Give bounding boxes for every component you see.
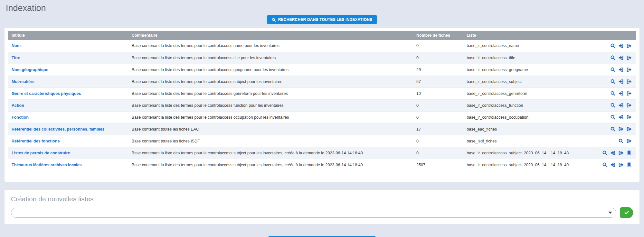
export-icon[interactable]	[618, 150, 624, 156]
export-icon[interactable]	[618, 126, 624, 132]
row-title-link[interactable]: Référentiel des collectivités, personnes…	[12, 127, 104, 132]
export-icon[interactable]	[626, 103, 632, 108]
row-liste: base_ir_controlaccess_function	[463, 99, 592, 111]
row-liste: base_ir_controlaccess_occupation	[463, 111, 592, 123]
row-comment: Base contenant la liste des termes pour …	[128, 40, 412, 52]
row-title-link[interactable]: Référentiel des fonctions	[12, 139, 60, 143]
row-count: 0	[412, 147, 463, 159]
row-comment: Base contenant la liste des termes pour …	[128, 87, 412, 99]
table-row: Nom Base contenant la liste des termes p…	[8, 40, 636, 52]
new-list-select[interactable]	[11, 208, 616, 218]
table-row: Mot-matière Base contenant la liste des …	[8, 76, 636, 87]
row-count: 0	[412, 99, 463, 111]
row-actions	[592, 111, 636, 123]
search-icon[interactable]	[610, 114, 616, 120]
export-icon[interactable]	[626, 138, 632, 144]
search-icon[interactable]	[610, 79, 616, 84]
export-icon[interactable]	[626, 43, 632, 49]
bookmark-icon[interactable]	[626, 150, 632, 156]
indexation-table-body: Nom Base contenant la liste des termes p…	[8, 40, 636, 171]
row-title-link[interactable]: Genre et caractéristiques physiques	[12, 91, 81, 96]
row-actions	[592, 40, 636, 52]
export-icon[interactable]	[626, 126, 632, 132]
export-icon[interactable]	[626, 91, 632, 96]
import-icon[interactable]	[618, 114, 624, 120]
import-icon[interactable]	[618, 67, 624, 72]
table-header-row: Intitulé Commentaire Nombre de fiches Li…	[8, 31, 636, 40]
row-title-link[interactable]: Thésaurus Matières archives locales	[12, 163, 81, 167]
row-liste: base_ir_controlaccess_genreform	[463, 87, 592, 99]
search-icon[interactable]	[610, 55, 616, 60]
header-nombre-de-fiches: Nombre de fiches	[412, 31, 463, 40]
export-icon[interactable]	[626, 79, 632, 84]
export-icon[interactable]	[618, 162, 624, 168]
row-count: 0	[412, 52, 463, 64]
import-icon[interactable]	[618, 91, 624, 96]
indexation-table: Intitulé Commentaire Nombre de fiches Li…	[8, 31, 636, 171]
search-all-indexations-button[interactable]: RECHERCHER DANS TOUTES LES INDEXATIONS	[267, 15, 377, 24]
import-icon[interactable]	[618, 103, 624, 108]
row-title-link[interactable]: Mot-matière	[12, 79, 34, 84]
row-actions	[592, 123, 636, 135]
row-actions	[592, 64, 636, 76]
search-icon[interactable]	[610, 67, 616, 72]
search-icon[interactable]	[610, 126, 616, 132]
row-comment: Base contenant la liste des termes pour …	[128, 76, 412, 87]
search-icon[interactable]	[602, 150, 608, 156]
row-title-link[interactable]: Listes de permis de construire	[12, 151, 70, 155]
row-comment: Base contenant la liste des termes pour …	[128, 99, 412, 111]
row-comment: Base contenant toutes les fiches ISDF	[128, 135, 412, 147]
search-icon	[272, 18, 276, 22]
row-comment: Base contenant la liste des termes pour …	[128, 111, 412, 123]
confirm-create-list-button[interactable]	[620, 207, 633, 218]
search-icon[interactable]	[618, 138, 624, 144]
creation-panel-title: Création de nouvelles listes	[11, 195, 633, 203]
import-icon[interactable]	[618, 55, 624, 60]
import-icon[interactable]	[618, 79, 624, 84]
row-comment: Base contenant la liste des termes pour …	[128, 147, 412, 159]
row-actions	[592, 76, 636, 87]
row-actions	[592, 159, 636, 171]
row-count: 2507	[412, 159, 463, 171]
table-row: Thésaurus Matières archives locales Base…	[8, 159, 636, 171]
row-liste: base_ir_controlaccess_title	[463, 52, 592, 64]
table-row: Référentiel des fonctions Base contenant…	[8, 135, 636, 147]
row-title-link[interactable]: Titre	[12, 56, 20, 60]
import-skos-rdf-button[interactable]: IMPORTER DEPUIS UN FICHIER XML SKOS/RDF	[269, 236, 376, 237]
search-icon[interactable]	[610, 103, 616, 108]
export-icon[interactable]	[626, 55, 632, 60]
row-actions	[592, 99, 636, 111]
row-comment: Base contenant la liste des termes pour …	[128, 52, 412, 64]
search-icon[interactable]	[610, 91, 616, 96]
row-count: 10	[412, 87, 463, 99]
search-all-indexations-label: RECHERCHER DANS TOUTES LES INDEXATIONS	[278, 17, 373, 22]
import-icon[interactable]	[610, 162, 616, 168]
row-liste: base_ir_controlaccess_subject_2023_06_14…	[463, 147, 592, 159]
indexation-table-panel: Intitulé Commentaire Nombre de fiches Li…	[5, 28, 639, 182]
row-count: 0	[412, 40, 463, 52]
header-intitule: Intitulé	[8, 31, 128, 40]
table-row: Titre Base contenant la liste des termes…	[8, 52, 636, 64]
import-icon[interactable]	[618, 43, 624, 49]
row-title-link[interactable]: Nom	[12, 43, 21, 48]
row-title-link[interactable]: Action	[12, 103, 24, 108]
row-count: 0	[412, 111, 463, 123]
row-liste: base_eac_fiches	[463, 123, 592, 135]
search-icon[interactable]	[602, 162, 608, 168]
bookmark-icon[interactable]	[626, 162, 632, 168]
row-comment: Base contenant toutes les fiches EAC	[128, 123, 412, 135]
import-icon[interactable]	[610, 150, 616, 156]
export-icon[interactable]	[626, 114, 632, 120]
row-count: 29	[412, 64, 463, 76]
row-title-link[interactable]: Fonction	[12, 115, 29, 120]
row-count: 0	[412, 135, 463, 147]
table-row: Action Base contenant la liste des terme…	[8, 99, 636, 111]
export-icon[interactable]	[626, 67, 632, 72]
row-title-link[interactable]: Nom géographique	[12, 68, 48, 72]
table-row: Nom géographique Base contenant la liste…	[8, 64, 636, 76]
row-count: 57	[412, 76, 463, 87]
row-liste: base_ir_controlaccess_geogname	[463, 64, 592, 76]
row-liste: base_ir_controlaccess_subject	[463, 76, 592, 87]
search-icon[interactable]	[610, 43, 616, 49]
table-row: Genre et caractéristiques physiques Base…	[8, 87, 636, 99]
